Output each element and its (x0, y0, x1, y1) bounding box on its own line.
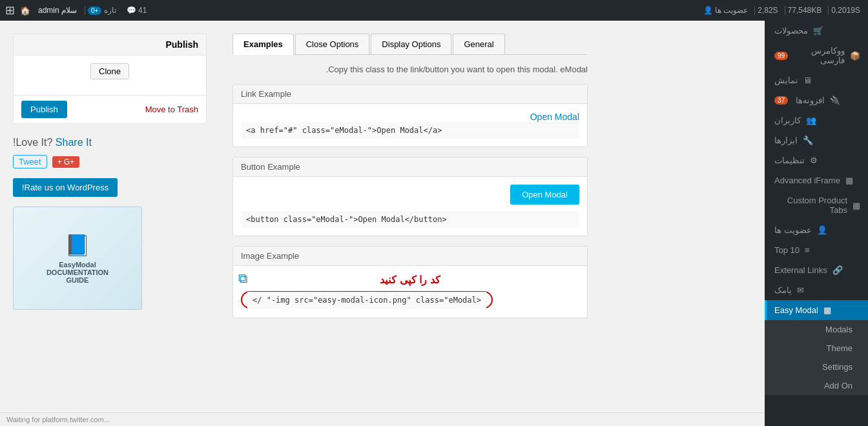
appearance-icon: 🖥 (803, 76, 812, 85)
perf-s: 0,2019S (828, 6, 863, 15)
easy-modal-icon: ▦ (823, 305, 831, 315)
sidebar-item-woocommerce[interactable]: 📦 ووکامرس فارسی 99 (765, 41, 868, 70)
publish-button[interactable]: Publish (21, 101, 67, 118)
publish-box-header: Publish (14, 34, 206, 56)
admin-bar-right: 0,2019S 77,548KB 2,82S عضویت ها 👤 (701, 6, 863, 15)
sidebar-item-sms-label: پامک (774, 285, 792, 295)
move-to-trash-link[interactable]: Move to Trash (145, 105, 198, 114)
sidebar: 🛒 محصولات 📦 ووکامرس فارسی 99 🖥 نمایش 🔌 ا… (765, 21, 868, 426)
advanced-iframe-icon: ▦ (845, 176, 853, 185)
link-example-body: Open Modal <a href="#" class="eModal-">O… (233, 104, 587, 147)
love-it-text: !Love It? (13, 137, 52, 148)
easy-modal-submenu: Modals Theme Settings Add On (765, 320, 868, 395)
sidebar-item-products[interactable]: 🛒 محصولات (765, 21, 868, 41)
tab-display-options[interactable]: Display Options (371, 34, 451, 54)
publish-box: Publish Clone Publish Move to Trash (13, 34, 207, 124)
top10-icon: ≡ (805, 245, 810, 255)
products-icon: 🛒 (813, 26, 823, 36)
sidebar-item-tools-label: ابزارها (774, 136, 798, 145)
sidebar-item-easy-modal[interactable]: ▦ Easy Modal (765, 300, 868, 320)
tools-icon: 🔧 (803, 136, 813, 145)
home-icon[interactable]: 🏠 (20, 6, 30, 15)
publish-actions: Publish Move to Trash (14, 95, 206, 123)
share-it-text: Share It (56, 137, 92, 148)
sidebar-item-top10[interactable]: ≡ Top 10 (765, 240, 868, 260)
comments-count[interactable]: 💬 41 (124, 6, 150, 15)
external-links-icon: 🔗 (832, 265, 843, 275)
woocommerce-badge: 99 (774, 52, 788, 60)
doc-image: 📘 EasyModalDOCUMENTATIONGUIDE (13, 207, 142, 310)
image-code-text: </ "-img src="easy-modal-icon.png" class… (247, 292, 486, 309)
sidebar-item-advanced-iframe-label: Advanced iFrame (774, 176, 840, 185)
sidebar-item-users-label: کاربران (774, 116, 801, 125)
settings-icon: ⚙ (810, 156, 818, 165)
link-example-box: Link Example Open Modal <a href="#" clas… (232, 84, 588, 147)
sidebar-item-products-label: محصولات (774, 26, 808, 36)
button-example-header: Button Example (233, 157, 587, 177)
submenu-modals[interactable]: Modals (765, 320, 868, 339)
sidebar-item-plugins-label: افزونه‌ها (796, 96, 825, 105)
main-content: Publish Clone Publish Move to Trash !Lov… (0, 21, 765, 426)
rate-wordpress-button[interactable]: !Rate us on WordPress (13, 178, 118, 197)
wp-logo-icon[interactable]: ⊞ (5, 3, 15, 17)
left-panel: Publish Clone Publish Move to Trash !Lov… (13, 34, 220, 328)
sms-icon: ✉ (797, 285, 804, 295)
admin-bar: ⊞ 🏠 سلام admin تازه +0 💬 41 0,2019S 77,5… (0, 0, 868, 21)
sidebar-item-appearance[interactable]: 🖥 نمایش (765, 70, 868, 90)
image-code-snippet: </ "-img src="easy-modal-icon.png" class… (241, 291, 493, 309)
tab-general[interactable]: General (453, 34, 504, 54)
new-content[interactable]: تازه +0 (85, 6, 119, 15)
sidebar-item-top10-label: Top 10 (774, 245, 800, 255)
submenu-theme[interactable]: Theme (765, 339, 868, 358)
custom-product-tabs-icon: ▦ (852, 201, 860, 210)
tab-close-options[interactable]: Close Options (295, 34, 370, 54)
sidebar-item-appearance-label: نمایش (774, 76, 798, 85)
sidebar-item-users[interactable]: 👥 کاربران (765, 110, 868, 130)
panels-row: Publish Clone Publish Move to Trash !Lov… (13, 34, 752, 328)
sidebar-item-members-label: عضویت ها (774, 225, 812, 235)
submenu-add-on[interactable]: Add On (765, 376, 868, 395)
sidebar-item-custom-product-tabs-label: Custom Product Tabs (774, 196, 847, 215)
tabs-row: Examples Close Options Display Options G… (232, 34, 588, 55)
submenu-settings[interactable]: Settings (765, 358, 868, 376)
site-name[interactable]: سلام admin (36, 6, 79, 15)
persian-hint: کد را کپی کنید (241, 274, 579, 286)
love-section: !Love It? Share It Tweet + G+ !Rate us o… (13, 137, 213, 310)
button-code-snippet: <button class="eModal-">Open Modal</butt… (241, 211, 579, 228)
members-icon: 👤 (817, 225, 827, 235)
status-text: Waiting for platform.twitter.com... (6, 416, 110, 423)
button-example-body: Open Modal <button class="eModal-">Open … (233, 177, 587, 236)
image-example-header: Image Example (233, 247, 587, 266)
publish-box-body: Clone (14, 56, 206, 95)
gplus-icon: + (57, 157, 62, 167)
gplus-button[interactable]: + G+ (52, 156, 79, 168)
sidebar-item-external-links[interactable]: 🔗 External Links (765, 260, 868, 280)
clone-button[interactable]: Clone (90, 63, 129, 79)
right-panel: Examples Close Options Display Options G… (232, 34, 588, 328)
social-row: Tweet + G+ (13, 155, 213, 168)
plugins-badge: 37 (774, 96, 788, 105)
link-open-modal[interactable]: Open Modal (241, 112, 579, 122)
tweet-button[interactable]: Tweet (13, 155, 47, 168)
status-bar: Waiting for platform.twitter.com... (0, 412, 765, 426)
layout: Publish Clone Publish Move to Trash !Lov… (0, 21, 868, 426)
plugins-icon: 🔌 (830, 96, 840, 105)
sidebar-item-advanced-iframe[interactable]: ▦ Advanced iFrame (765, 170, 868, 190)
sidebar-item-sms[interactable]: ✉ پامک (765, 280, 868, 300)
sidebar-item-easy-modal-label: Easy Modal (774, 305, 818, 315)
link-code-snippet: <a href="#" class="eModal-">Open Modal</… (241, 122, 579, 139)
tab-examples[interactable]: Examples (232, 34, 294, 55)
image-example-body: کد را کپی کنید ⧉ </ "-img src="easy-moda… (233, 266, 587, 318)
button-open-modal[interactable]: Open Modal (510, 185, 579, 205)
sidebar-item-settings[interactable]: ⚙ تنظیمات (765, 150, 868, 170)
sidebar-item-tools[interactable]: 🔧 ابزارها (765, 130, 868, 150)
members-link[interactable]: عضویت ها 👤 (701, 6, 751, 15)
perf-time: 2,82S (754, 6, 780, 15)
doc-icon: 📘 (65, 233, 90, 258)
copy-icon[interactable]: ⧉ (238, 271, 247, 286)
sidebar-item-custom-product-tabs[interactable]: ▦ Custom Product Tabs (765, 190, 868, 220)
sidebar-item-members[interactable]: 👤 عضویت ها (765, 220, 868, 240)
perf-kb: 77,548KB (785, 6, 825, 15)
button-example-box: Button Example Open Modal <button class=… (232, 157, 588, 236)
sidebar-item-plugins[interactable]: 🔌 افزونه‌ها 37 (765, 90, 868, 110)
